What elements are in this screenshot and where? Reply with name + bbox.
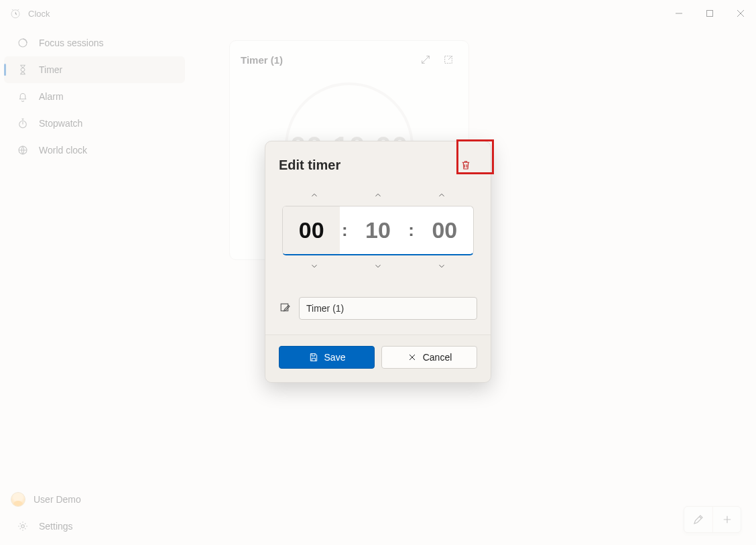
seconds-field[interactable]: 00 xyxy=(416,206,473,254)
cancel-button-label: Cancel xyxy=(423,352,452,363)
seconds-down-button[interactable] xyxy=(422,258,462,274)
minutes-down-button[interactable] xyxy=(358,258,398,274)
save-button[interactable]: Save xyxy=(279,346,375,369)
edit-timer-dialog: Edit timer 00 : 10 : 00 xyxy=(265,141,491,383)
hours-up-button[interactable] xyxy=(294,187,334,203)
seconds-up-button[interactable] xyxy=(422,187,462,203)
save-button-label: Save xyxy=(324,352,346,363)
hours-down-button[interactable] xyxy=(294,258,334,274)
dialog-title: Edit timer xyxy=(279,158,340,173)
minutes-field[interactable]: 10 xyxy=(349,206,406,254)
hours-field[interactable]: 00 xyxy=(283,206,340,254)
timer-name-input[interactable] xyxy=(299,297,477,320)
tutorial-highlight-box xyxy=(456,139,494,174)
minutes-up-button[interactable] xyxy=(358,187,398,203)
edit-name-icon xyxy=(279,302,292,315)
cancel-button[interactable]: Cancel xyxy=(381,346,477,369)
time-picker: 00 : 10 : 00 xyxy=(282,206,474,255)
